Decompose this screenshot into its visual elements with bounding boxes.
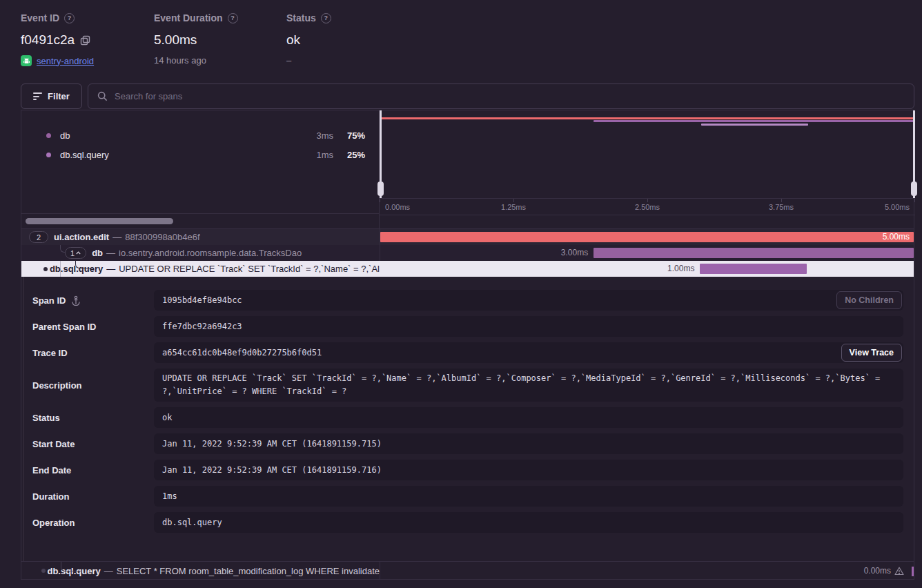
- trace-id-value: a654cc61dc0b48ef9d0b27275b6f0d51: [154, 342, 903, 363]
- copy-icon[interactable]: [80, 35, 90, 46]
- event-id-value: f0491c2a: [21, 32, 94, 48]
- detail-row-trace-id: Trace ID a654cc61dc0b48ef9d0b27275b6f0d5…: [21, 342, 914, 363]
- axis-tick-label: 0.00ms: [385, 203, 410, 211]
- span-duration: 0.00ms: [864, 566, 891, 576]
- trace-panel: db 3ms 75% db.sql.query 1ms 25%: [21, 110, 914, 580]
- status-empty: –: [286, 55, 331, 66]
- span-row-db-sql-query-select[interactable]: db.sql.query — SELECT * FROM room_table_…: [21, 561, 914, 580]
- minimap-span-line: [380, 117, 915, 119]
- scrollbar-thumb[interactable]: [26, 218, 173, 224]
- event-id-label: Event ID ?: [21, 12, 94, 23]
- span-bar[interactable]: 5.00ms: [380, 232, 914, 242]
- span-search: [88, 84, 914, 109]
- detail-row-description: Description UPDATE OR REPLACE `Track` SE…: [21, 369, 914, 402]
- minimap-left-handle[interactable]: [380, 110, 382, 198]
- description-value: UPDATE OR REPLACE `Track` SET `TrackId` …: [154, 369, 903, 402]
- ops-breakdown: db 3ms 75% db.sql.query 1ms 25%: [21, 110, 380, 213]
- warning-icon: [894, 567, 904, 576]
- span-row-db[interactable]: 1 db — io.sentry.android.roomsample.data…: [21, 245, 914, 261]
- span-bar[interactable]: [912, 567, 914, 576]
- event-duration-label: Event Duration ?: [154, 12, 238, 23]
- detail-row-operation: Operation db.sql.query: [21, 512, 914, 533]
- view-trace-button[interactable]: View Trace: [841, 344, 902, 362]
- duration-value: 1ms: [154, 486, 903, 507]
- sentry-trace-view: Event ID ? f0491c2a sentry-android Event…: [0, 0, 922, 588]
- event-duration-value: 5.00ms: [154, 32, 238, 48]
- parent-span-id-value: ffe7dbc92a6942c3: [154, 316, 903, 337]
- help-icon[interactable]: ?: [64, 13, 75, 23]
- event-duration-column: Event Duration ? 5.00ms 14 hours ago: [154, 12, 238, 66]
- minimap-chart[interactable]: [380, 110, 915, 198]
- minimap-right-grip[interactable]: [911, 182, 917, 196]
- minimap-span-line: [701, 124, 808, 126]
- op-color-dot: [46, 153, 51, 157]
- help-icon[interactable]: ?: [321, 13, 331, 23]
- detail-row-parent-span-id: Parent Span ID ffe7dbc92a6942c3: [21, 316, 914, 337]
- detail-row-status: Status ok: [21, 407, 914, 428]
- detail-row-span-id: Span ID 1095bd4ef8e94bcc No Children: [21, 290, 914, 311]
- span-bar[interactable]: [700, 264, 807, 274]
- search-input[interactable]: [115, 91, 905, 101]
- detail-row-duration: Duration 1ms: [21, 486, 914, 507]
- minimap-axis: 0.00ms 1.25ms 2.50ms 3.75ms 5.00ms: [380, 198, 915, 215]
- ops-breakdown-row[interactable]: db.sql.query 1ms 25%: [21, 145, 379, 164]
- span-id-value: 1095bd4ef8e94bcc: [154, 290, 903, 311]
- horizontal-scrollbar[interactable]: [21, 213, 380, 228]
- span-row-ui-action-edit[interactable]: 2 ui.action.edit — 88f300998a0b4e6f 5.00…: [21, 229, 914, 245]
- span-waterfall: 2 ui.action.edit — 88f300998a0b4e6f 5.00…: [21, 228, 914, 277]
- leaf-bullet: [41, 569, 46, 573]
- leaf-bullet: [43, 267, 48, 271]
- children-count-badge[interactable]: 2: [29, 231, 48, 243]
- span-bar[interactable]: [594, 248, 914, 258]
- end-date-value: Jan 11, 2022 9:52:39 AM CET (1641891159.…: [154, 460, 903, 480]
- start-date-value: Jan 11, 2022 9:52:39 AM CET (1641891159.…: [154, 433, 903, 454]
- android-icon: [21, 55, 32, 66]
- no-children-button[interactable]: No Children: [836, 291, 902, 309]
- anchor-icon[interactable]: [71, 295, 81, 306]
- detail-row-start-date: Start Date Jan 11, 2022 9:52:39 AM CET (…: [21, 433, 914, 454]
- operation-value: db.sql.query: [154, 512, 903, 533]
- op-color-dot: [46, 133, 51, 138]
- axis-tick-label: 1.25ms: [501, 203, 526, 211]
- filter-button[interactable]: Filter: [21, 84, 82, 109]
- axis-tick-label: 2.50ms: [635, 203, 660, 211]
- minimap-left-grip[interactable]: [377, 182, 384, 196]
- search-icon: [97, 91, 108, 101]
- axis-tick-label: 5.00ms: [885, 203, 910, 211]
- chevron-up-icon: [76, 251, 81, 255]
- span-duration: 5.00ms: [883, 232, 910, 242]
- status-detail-value: ok: [154, 407, 903, 428]
- filter-icon: [33, 92, 42, 100]
- minimap-span-line: [594, 120, 915, 122]
- help-icon[interactable]: ?: [228, 13, 238, 23]
- span-duration: 3.00ms: [561, 248, 588, 258]
- minimap-right-handle[interactable]: [913, 110, 915, 198]
- span-duration: 1.00ms: [667, 264, 694, 274]
- status-value: ok: [286, 32, 331, 48]
- event-id-column: Event ID ? f0491c2a sentry-android: [21, 12, 94, 66]
- project-link[interactable]: sentry-android: [37, 56, 94, 66]
- ops-breakdown-row[interactable]: db 3ms 75%: [21, 126, 379, 145]
- detail-row-end-date: End Date Jan 11, 2022 9:52:39 AM CET (16…: [21, 460, 914, 480]
- minimap-scroll-strip: [380, 215, 915, 228]
- span-detail-panel: Span ID 1095bd4ef8e94bcc No Children Par…: [21, 277, 914, 561]
- event-time-ago: 14 hours ago: [154, 55, 238, 66]
- project-row: sentry-android: [21, 55, 94, 66]
- axis-tick-label: 3.75ms: [769, 203, 794, 211]
- status-column: Status ? ok –: [286, 12, 331, 66]
- children-count-badge[interactable]: 1: [65, 247, 86, 259]
- trace-minimap: 0.00ms 1.25ms 2.50ms 3.75ms 5.00ms: [380, 110, 915, 228]
- status-label: Status ?: [286, 12, 331, 23]
- span-row-db-sql-query-selected[interactable]: db.sql.query — UPDATE OR REPLACE `Track`…: [21, 261, 914, 277]
